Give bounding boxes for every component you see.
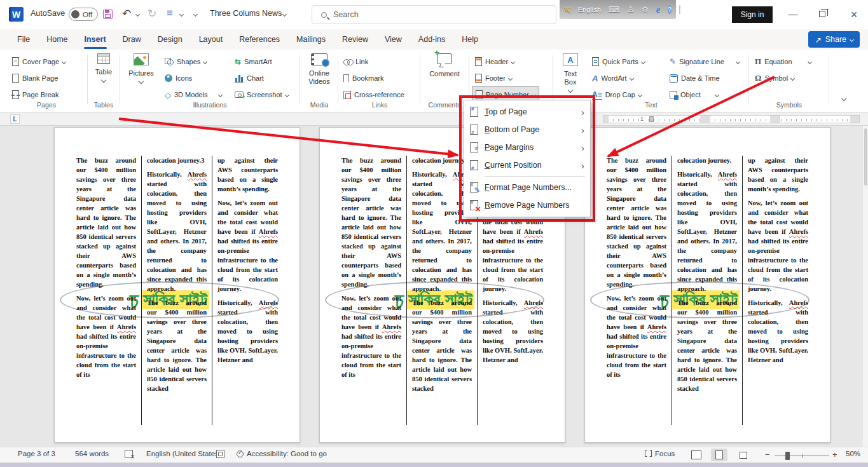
qat-more-icon[interactable]: [193, 12, 198, 17]
wordart-button[interactable]: AWordArt: [589, 70, 637, 86]
collapse-ribbon-icon[interactable]: [841, 96, 846, 101]
word-count[interactable]: 564 words: [75, 450, 109, 457]
focus-mode-button[interactable]: Focus: [645, 450, 675, 457]
browser-icon[interactable]: e: [656, 4, 661, 15]
tab-file[interactable]: File: [9, 30, 38, 49]
footer-button[interactable]: Footer: [472, 70, 515, 86]
cover-page-button[interactable]: Cover Page: [9, 53, 69, 70]
share-icon: ↗: [815, 35, 821, 44]
pictures-button[interactable]: Pictures: [123, 53, 159, 83]
tab-stop-selector[interactable]: L: [10, 114, 20, 124]
tab-mailings[interactable]: Mailings: [288, 30, 334, 49]
tab-home[interactable]: Home: [38, 30, 76, 49]
restore-button[interactable]: [819, 11, 825, 17]
comment-button[interactable]: Comment: [424, 53, 465, 78]
language-status[interactable]: English (United States): [146, 450, 221, 457]
tab-design[interactable]: Design: [149, 30, 191, 49]
title-chevron-icon[interactable]: [282, 12, 287, 17]
tab-layout[interactable]: Layout: [191, 30, 231, 49]
read-mode-button[interactable]: [688, 449, 705, 461]
top-of-page-icon: [470, 107, 478, 117]
vertical-scrollbar[interactable]: [863, 126, 868, 447]
wordart-icon: A: [592, 74, 598, 83]
tab-review[interactable]: Review: [334, 30, 376, 49]
language-selector[interactable]: English: [578, 6, 601, 13]
tab-view[interactable]: View: [376, 30, 410, 49]
minimize-button[interactable]: —: [783, 8, 803, 19]
text-box-icon: A: [563, 53, 578, 66]
menu-item-remove-page-numbers[interactable]: Remove Page Numbers: [464, 196, 590, 214]
accessibility-status[interactable]: Accessibility: Good to go: [237, 450, 327, 457]
zoom-slider-track[interactable]: [775, 456, 829, 456]
indent-marker-icon[interactable]: [649, 116, 654, 122]
online-videos-button[interactable]: Online Videos: [303, 53, 336, 86]
list-chevron-icon[interactable]: [179, 12, 184, 17]
submenu-arrow-icon: ›: [581, 160, 584, 171]
table-button[interactable]: Table: [91, 53, 116, 82]
autosave-toggle[interactable]: Off: [69, 8, 98, 21]
zoom-slider-thumb[interactable]: [785, 452, 790, 460]
zoom-level[interactable]: 50%: [846, 450, 860, 457]
settings-gear-icon[interactable]: ⚙: [642, 5, 649, 14]
date-time-button[interactable]: Date & Time: [666, 70, 723, 86]
document-page-1[interactable]: ঢসাকিব সাইটThe buzz around our $400 mill…: [54, 127, 300, 443]
chart-button[interactable]: Chart: [231, 70, 267, 86]
pages: ঢসাকিব সাইটThe buzz around our $400 mill…: [54, 127, 830, 443]
zoom-out-button[interactable]: −: [765, 450, 770, 459]
help-icon[interactable]: ?: [668, 5, 672, 14]
language-toolbar[interactable]: অ English ⌨ ♙ ⚙ e ? i: [560, 0, 676, 19]
menu-item-current-position[interactable]: Current Position›: [464, 156, 590, 174]
multilevel-list-icon[interactable]: ≡: [167, 7, 173, 20]
group-tables: Table Tables: [90, 52, 118, 111]
save-icon[interactable]: [103, 10, 113, 19]
zoom-in-button[interactable]: +: [832, 450, 837, 459]
current-position-icon: [470, 160, 478, 170]
icons-button[interactable]: Icons: [162, 70, 195, 86]
share-button[interactable]: ↗ Share: [808, 31, 860, 48]
tab-help[interactable]: Help: [453, 30, 486, 49]
menu-item-page-margins[interactable]: Page Margins›: [464, 139, 590, 156]
link-button[interactable]: Link: [340, 53, 371, 70]
blank-page-button[interactable]: Blank Page: [9, 70, 61, 86]
word-app-icon[interactable]: W: [9, 7, 24, 22]
screenshot-icon: [235, 91, 244, 98]
equation-button[interactable]: ΠEquation: [752, 53, 815, 70]
signature-line-button[interactable]: ✎Signature Line: [666, 53, 743, 70]
quick-parts-icon: [592, 57, 599, 66]
document-title[interactable]: Three Colums News: [210, 9, 282, 18]
3d-models-icon: ◇: [165, 90, 171, 100]
page-indicator[interactable]: Page 3 of 3: [18, 450, 55, 457]
undo-chevron-icon[interactable]: [135, 12, 140, 17]
editor-icon[interactable]: [216, 450, 224, 458]
menu-item-top-of-page[interactable]: Top of Page›: [464, 103, 590, 121]
mouse-input-icon[interactable]: ♙: [627, 5, 634, 14]
quick-parts-button[interactable]: Quick Parts: [589, 53, 648, 70]
symbol-button[interactable]: ΩSymbol: [752, 70, 797, 86]
document-canvas[interactable]: ঢসাকিব সাইটThe buzz around our $400 mill…: [0, 126, 868, 447]
tab-insert[interactable]: Insert: [76, 30, 114, 49]
document-page-3[interactable]: ঢসাকিব সাইটThe buzz around our $400 mill…: [584, 127, 830, 443]
avro-keyboard-icon[interactable]: অ: [565, 4, 570, 15]
header-button[interactable]: Header: [472, 53, 518, 70]
search-input[interactable]: Search: [312, 5, 556, 24]
tab-references[interactable]: References: [231, 30, 288, 49]
tab-draw[interactable]: Draw: [114, 30, 149, 49]
group-label-illustrations: Illustrations: [122, 101, 298, 109]
undo-icon[interactable]: ↶: [122, 7, 131, 20]
shapes-button[interactable]: Shapes: [162, 53, 210, 70]
keyboard-icon[interactable]: ⌨: [609, 5, 619, 14]
close-button[interactable]: ×: [844, 8, 864, 22]
bookmark-button[interactable]: Bookmark: [340, 70, 387, 86]
sign-in-button[interactable]: Sign in: [732, 6, 773, 23]
info-icon[interactable]: i: [679, 5, 680, 14]
proofing-errors-icon[interactable]: [125, 450, 133, 458]
tab-addins[interactable]: Add-ins: [410, 30, 453, 49]
text-box-button[interactable]: A Text Box: [556, 53, 584, 92]
menu-item-format-page-numbers[interactable]: Format Page Numbers...: [464, 179, 590, 196]
ruler-scale[interactable]: 1: [603, 115, 860, 123]
web-layout-button[interactable]: [735, 449, 752, 461]
horizontal-ruler[interactable]: L 1: [0, 112, 868, 126]
smartart-button[interactable]: ⇆SmartArt: [231, 53, 275, 70]
print-layout-button[interactable]: [711, 449, 727, 461]
menu-item-bottom-of-page[interactable]: Bottom of Page›: [464, 121, 590, 139]
